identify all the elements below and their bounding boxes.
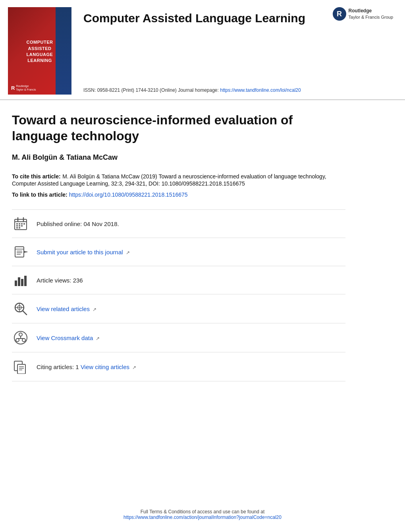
related-row[interactable]: View related articles ↗ — [12, 294, 345, 323]
views-row: Article views: 236 — [12, 266, 345, 294]
crossmark-row[interactable]: View Crossmark data ↗ — [12, 323, 345, 352]
crossmark-text: View Crossmark data ↗ — [37, 335, 100, 341]
related-icon — [12, 302, 29, 316]
svg-point-30 — [19, 333, 22, 336]
cite-section: To cite this article: M. Ali Bolgün & Ta… — [12, 173, 345, 187]
cite-label: To cite this article: — [12, 173, 61, 180]
related-ext-icon: ↗ — [93, 307, 96, 312]
svg-rect-10 — [21, 225, 23, 226]
submit-text: Submit your article to this journal ↗ — [37, 249, 130, 255]
svg-rect-21 — [18, 277, 20, 286]
info-rows: Published online: 04 Nov 2018. Submit yo… — [12, 209, 345, 381]
journal-cover: COMPUTERASSISTEDLANGUAGELEARNING R Routl… — [8, 7, 71, 95]
svg-point-32 — [22, 339, 25, 342]
svg-rect-5 — [19, 223, 20, 224]
footer: Full Terms & Conditions of access and us… — [0, 509, 405, 520]
header: COMPUTERASSISTEDLANGUAGELEARNING R Routl… — [0, 0, 405, 100]
published-text: Published online: 04 Nov 2018. — [37, 221, 119, 227]
svg-rect-12 — [19, 227, 20, 228]
svg-rect-4 — [16, 223, 18, 224]
bars-icon — [12, 273, 29, 287]
routledge-logo: R Routledge Taylor & Francis Group — [333, 7, 393, 21]
submit-icon — [12, 245, 29, 259]
calendar-icon — [12, 217, 29, 230]
svg-rect-8 — [16, 225, 18, 226]
svg-rect-6 — [21, 223, 23, 224]
crossmark-ext-icon: ↗ — [96, 336, 100, 341]
homepage-link[interactable]: https://www.tandfonline.com/loi/ncal20 — [220, 87, 301, 93]
views-text: Article views: 236 — [37, 277, 83, 284]
citing-link[interactable]: View citing articles ↗ — [81, 364, 136, 370]
footer-line1: Full Terms & Conditions of access and us… — [12, 509, 393, 515]
citing-text: Citing articles: 1 View citing articles … — [37, 364, 136, 370]
svg-rect-20 — [15, 281, 17, 286]
submit-link[interactable]: Submit your article to this journal ↗ — [37, 249, 130, 255]
related-link[interactable]: View related articles ↗ — [37, 306, 96, 312]
routledge-sub: Taylor & Francis Group — [349, 14, 393, 20]
main-content: Toward a neuroscience-informed evaluatio… — [0, 100, 357, 393]
submit-row[interactable]: Submit your article to this journal ↗ — [12, 238, 345, 266]
citing-icon — [12, 360, 29, 374]
link-section: To link to this article: https://doi.org… — [12, 191, 345, 198]
citing-row[interactable]: Citing articles: 1 View citing articles … — [12, 352, 345, 381]
authors: M. Ali Bolgün & Tatiana McCaw — [12, 153, 345, 162]
routledge-name: Routledge Taylor & Francis Group — [349, 8, 393, 20]
svg-rect-37 — [17, 364, 25, 374]
crossmark-icon — [12, 331, 29, 345]
published-row: Published online: 04 Nov 2018. — [12, 209, 345, 238]
cover-text: COMPUTERASSISTEDLANGUAGELEARNING — [27, 39, 53, 64]
svg-rect-22 — [21, 279, 23, 286]
related-text: View related articles ↗ — [37, 306, 96, 312]
calendar-svg — [14, 217, 27, 230]
cover-publisher-logo: R RoutledgeTaylor & Francis — [11, 85, 36, 91]
issn-line: ISSN: 0958-8221 (Print) 1744-3210 (Onlin… — [83, 87, 393, 95]
svg-rect-13 — [15, 247, 24, 257]
crossmark-link[interactable]: View Crossmark data ↗ — [37, 335, 100, 341]
routledge-publisher: Routledge — [349, 8, 393, 14]
doi-link[interactable]: https://doi.org/10.1080/09588221.2018.15… — [69, 192, 188, 198]
crossmark-svg — [14, 331, 28, 345]
related-svg — [14, 302, 28, 316]
bars-svg — [14, 273, 27, 287]
link-label: To link to this article: — [12, 192, 69, 198]
svg-rect-23 — [24, 276, 27, 286]
citing-svg — [14, 360, 28, 374]
article-title: Toward a neuroscience-informed evaluatio… — [12, 112, 345, 144]
submit-ext-icon: ↗ — [126, 250, 130, 255]
routledge-r-icon: R — [333, 7, 346, 21]
issn-text: ISSN: 0958-8221 (Print) 1744-3210 (Onlin… — [83, 87, 219, 93]
citing-ext-icon: ↗ — [132, 365, 136, 370]
footer-line2: https://www.tandfonline.com/action/journ… — [12, 515, 393, 520]
submit-svg — [14, 245, 27, 259]
citing-prefix: Citing articles: 1 — [37, 364, 81, 370]
footer-link[interactable]: https://www.tandfonline.com/action/journ… — [123, 515, 282, 520]
svg-rect-11 — [16, 227, 18, 228]
svg-point-31 — [16, 339, 19, 342]
svg-rect-9 — [19, 225, 20, 226]
svg-line-25 — [23, 311, 27, 315]
svg-rect-7 — [23, 223, 25, 224]
